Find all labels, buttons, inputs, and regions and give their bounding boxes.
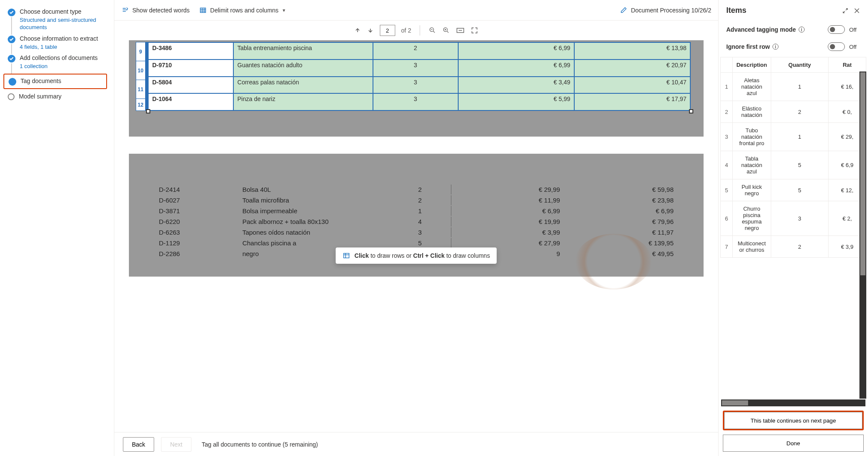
- advanced-tagging-toggle-row: Advanced tagging modei Off: [719, 21, 868, 38]
- back-button[interactable]: Back: [123, 437, 154, 452]
- wizard-step-3-title: Add collections of documents: [20, 54, 98, 62]
- advanced-tagging-toggle[interactable]: [828, 25, 845, 34]
- done-button[interactable]: Done: [723, 435, 864, 452]
- table-row[interactable]: 2Elástico natación2€ 0,: [721, 101, 866, 123]
- ignore-first-row-toggle-row: Ignore first rowi Off: [719, 38, 868, 55]
- horizontal-scrollbar[interactable]: [721, 399, 865, 406]
- table-row[interactable]: D-3871 Bolsa impermeable 1 € 6,99 € 6,99: [155, 206, 677, 216]
- items-table-scroll[interactable]: Description Quantity Rat 1Aletas natació…: [720, 57, 866, 399]
- wizard-step-1-title: Choose document type: [20, 8, 110, 16]
- right-panel-header: Items: [719, 0, 868, 21]
- table-row[interactable]: D-6220 Pack albornoz + toalla 80x130 4 €…: [155, 217, 677, 227]
- wizard-step-3-sub: 1 collection: [20, 63, 98, 70]
- chevron-down-icon: ▾: [283, 7, 285, 13]
- table-row[interactable]: 1Aletas natación azul1€ 16,: [721, 73, 866, 101]
- wizard-step-4-title: Tag documents: [21, 77, 61, 85]
- svg-rect-0: [200, 8, 206, 12]
- check-icon: [8, 9, 15, 16]
- page-2: D-2414 Bolsa 40L 2 € 29,99 € 59,98D-6027…: [129, 154, 704, 277]
- table-continues-button[interactable]: This table continues on next page: [724, 412, 862, 429]
- row-number: 9: [136, 42, 146, 61]
- wizard-step-2[interactable]: Choose information to extract 4 fields, …: [8, 35, 110, 51]
- drawing-hint-tooltip: Click to draw rows or Ctrl + Click to dr…: [336, 247, 497, 264]
- center-panel: Show detected words Delimit rows and col…: [114, 0, 718, 456]
- row-number: 11: [136, 80, 146, 99]
- tagged-table[interactable]: D-3486 Tabla entrenamiento piscina 2 € 6…: [148, 42, 691, 111]
- table-row[interactable]: 4Tabla natación azul5€ 6,9: [721, 151, 866, 179]
- table-row[interactable]: 7Multiconect or churros2€ 3,9: [721, 236, 866, 258]
- vertical-scrollbar[interactable]: [859, 72, 866, 399]
- continue-next-page-highlight: This table continues on next page: [723, 411, 864, 430]
- page-number-input[interactable]: [380, 25, 395, 36]
- text-detection-icon: [121, 6, 129, 14]
- current-step-icon: [9, 78, 16, 86]
- info-icon[interactable]: i: [799, 27, 805, 33]
- wizard-step-1-sub: Structured and semi-structured documents: [20, 17, 110, 31]
- svg-rect-4: [344, 253, 349, 258]
- table-row[interactable]: D-5804 Correas palas natación 3 € 3,49 €…: [148, 77, 690, 94]
- info-icon[interactable]: i: [773, 44, 779, 50]
- expand-icon[interactable]: [841, 7, 849, 15]
- wizard-sidebar: Choose document type Structured and semi…: [0, 0, 114, 456]
- ignore-first-row-toggle[interactable]: [828, 42, 845, 51]
- pager: of 2: [114, 21, 718, 40]
- toolbar: Show detected words Delimit rows and col…: [114, 0, 718, 21]
- wizard-step-4[interactable]: Tag documents: [3, 74, 107, 89]
- page-up-button[interactable]: [354, 27, 361, 34]
- right-panel: Items Advanced tagging modei Off Ignore …: [718, 0, 868, 456]
- table-row[interactable]: D-6027 Toalla microfibra 2 € 11,99 € 23,…: [155, 195, 677, 205]
- page-of-label: of 2: [401, 27, 411, 34]
- delimit-rows-columns-button[interactable]: Delimit rows and columns ▾: [199, 6, 286, 14]
- row-number-column: 9101112: [136, 42, 146, 111]
- table-row[interactable]: 6Churro piscina espuma negro3€ 2,: [721, 201, 866, 236]
- table-row[interactable]: D-9710 Guantes natación adulto 3 € 6,99 …: [148, 60, 690, 77]
- row-number: 12: [136, 99, 146, 111]
- table-row[interactable]: 5Pull kick negro5€ 12,: [721, 179, 866, 201]
- document-area[interactable]: 9101112 D-3486 Tabla entrenamiento pisci…: [114, 40, 718, 432]
- wizard-step-2-sub: 4 fields, 1 table: [20, 44, 98, 51]
- fit-width-button[interactable]: [456, 27, 465, 34]
- wizard-step-5-title: Model summary: [19, 92, 62, 101]
- right-panel-title: Items: [726, 6, 837, 15]
- show-detected-words-button[interactable]: Show detected words: [121, 6, 190, 14]
- resize-handle-bl[interactable]: [146, 109, 150, 113]
- page-1: 9101112 D-3486 Tabla entrenamiento pisci…: [129, 40, 704, 137]
- bottom-bar-message: Tag all documents to continue (5 remaini…: [202, 441, 318, 448]
- future-step-icon: [8, 93, 15, 100]
- items-table: Description Quantity Rat 1Aletas natació…: [720, 57, 866, 258]
- zoom-in-button[interactable]: [442, 27, 450, 34]
- resize-handle-br[interactable]: [689, 109, 693, 113]
- wizard-step-3[interactable]: Add collections of documents 1 collectio…: [8, 54, 110, 70]
- check-icon: [8, 55, 15, 63]
- col-quantity[interactable]: Quantity: [771, 57, 829, 73]
- row-number: 10: [136, 61, 146, 80]
- zoom-out-button[interactable]: [429, 27, 436, 34]
- wizard-step-1[interactable]: Choose document type Structured and semi…: [8, 8, 110, 31]
- table-row[interactable]: D-3486 Tabla entrenamiento piscina 2 € 6…: [148, 42, 690, 60]
- page-down-button[interactable]: [367, 27, 374, 34]
- table-row[interactable]: D-1064 Pinza de nariz 3 € 5,99 € 17,97: [148, 93, 690, 110]
- fit-page-button[interactable]: [471, 27, 478, 34]
- coffee-stain-decoration: [575, 234, 652, 289]
- check-icon: [8, 36, 15, 43]
- items-table-wrap: Description Quantity Rat 1Aletas natació…: [720, 57, 866, 406]
- table-row[interactable]: 3Tubo natación frontal pro1€ 29,: [721, 123, 866, 151]
- col-rate[interactable]: Rat: [828, 57, 866, 73]
- document-name-edit[interactable]: Document Processing 10/26/2: [620, 6, 711, 14]
- pencil-icon: [620, 6, 627, 14]
- app-root: Choose document type Structured and semi…: [0, 0, 868, 456]
- wizard-step-5[interactable]: Model summary: [8, 92, 110, 101]
- wizard-step-2-title: Choose information to extract: [20, 35, 98, 43]
- close-icon[interactable]: [853, 7, 860, 14]
- next-button: Next: [161, 437, 191, 452]
- table-draw-icon: [343, 252, 350, 259]
- table-icon: [199, 6, 207, 14]
- col-description[interactable]: Description: [733, 57, 771, 73]
- bottom-bar: Back Next Tag all documents to continue …: [114, 432, 718, 456]
- table-row[interactable]: D-2414 Bolsa 40L 2 € 29,99 € 59,98: [155, 185, 677, 194]
